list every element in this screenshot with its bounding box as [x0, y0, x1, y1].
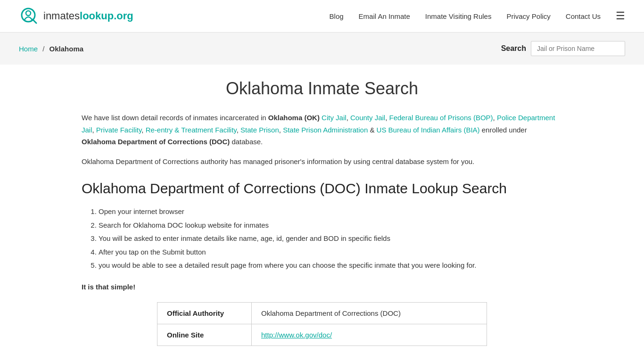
- intro-prefix: We have list down detail records of inma…: [82, 114, 268, 122]
- step-4: After you tap on the Submit button: [99, 246, 562, 259]
- nav-blog[interactable]: Blog: [330, 12, 344, 20]
- breadcrumb: Home / Oklahoma: [19, 45, 83, 53]
- breadcrumb-home[interactable]: Home: [19, 45, 38, 53]
- nav-privacy-policy[interactable]: Privacy Policy: [506, 12, 550, 20]
- link-county-jail[interactable]: County Jail: [350, 114, 385, 122]
- link-city-jail[interactable]: City Jail: [322, 114, 347, 122]
- table-value-site: http://www.ok.gov/doc/: [252, 324, 487, 346]
- state-bold: Oklahoma (OK): [268, 114, 320, 122]
- doc-bold: Oklahoma Department of Corrections (DOC): [82, 138, 230, 146]
- link-private-facility[interactable]: Private Facility: [96, 126, 141, 134]
- online-site-link[interactable]: http://www.ok.gov/doc/: [261, 331, 332, 339]
- svg-line-2: [33, 19, 36, 23]
- info-table: Official Authority Oklahoma Department o…: [157, 302, 487, 346]
- step-3: You will be asked to enter inmate detail…: [99, 232, 562, 246]
- link-bia[interactable]: US Bureau of Indian Affairs (BIA): [377, 126, 480, 134]
- table-row-site: Online Site http://www.ok.gov/doc/: [157, 324, 487, 346]
- search-label: Search: [501, 44, 526, 53]
- step-5: you would be able to see a detailed resu…: [99, 259, 562, 272]
- logo-icon: [19, 6, 40, 26]
- step-2: Search for Oklahoma DOC lookup website f…: [99, 219, 562, 232]
- nav-contact-us[interactable]: Contact Us: [566, 12, 601, 20]
- breadcrumb-current: Oklahoma: [50, 45, 84, 53]
- table-label-site: Online Site: [157, 324, 252, 346]
- logo[interactable]: inmateslookup.org: [19, 6, 133, 26]
- breadcrumb-bar: Home / Oklahoma Search: [0, 33, 644, 65]
- nav-visiting-rules[interactable]: Inmate Visiting Rules: [425, 12, 492, 20]
- description-text: Oklahoma Department of Corrections autho…: [82, 156, 562, 168]
- search-area: Search: [501, 41, 625, 56]
- step-1: Open your internet browser: [99, 205, 562, 219]
- section-title: Oklahoma Department of Corrections (DOC)…: [82, 181, 562, 197]
- simple-label: It is that simple!: [82, 283, 562, 291]
- steps-list: Open your internet browser Search for Ok…: [82, 205, 562, 272]
- intro-paragraph: We have list down detail records of inma…: [82, 112, 562, 148]
- page-title: Oklahoma Inmate Search: [82, 79, 562, 99]
- table-label-authority: Official Authority: [157, 302, 252, 324]
- table-value-authority: Oklahoma Department of Corrections (DOC): [252, 302, 487, 324]
- site-header: inmateslookup.org Blog Email An Inmate I…: [0, 0, 644, 33]
- link-state-prison-admin[interactable]: State Prison Administration: [283, 126, 368, 134]
- search-input[interactable]: [531, 41, 625, 56]
- nav-email-inmate[interactable]: Email An Inmate: [359, 12, 410, 20]
- svg-point-1: [26, 11, 31, 16]
- main-nav: Blog Email An Inmate Inmate Visiting Rul…: [330, 10, 625, 22]
- link-state-prison[interactable]: State Prison: [240, 126, 279, 134]
- link-federal-bop[interactable]: Federal Bureau of Prisons (BOP): [389, 114, 493, 122]
- main-content: Oklahoma Inmate Search We have list down…: [63, 65, 581, 362]
- breadcrumb-separator: /: [42, 45, 44, 53]
- hamburger-menu-icon[interactable]: ☰: [616, 10, 625, 22]
- link-reentry[interactable]: Re-entry & Treatment Facility: [146, 126, 237, 134]
- table-row-authority: Official Authority Oklahoma Department o…: [157, 302, 487, 324]
- logo-text: inmateslookup.org: [43, 10, 133, 22]
